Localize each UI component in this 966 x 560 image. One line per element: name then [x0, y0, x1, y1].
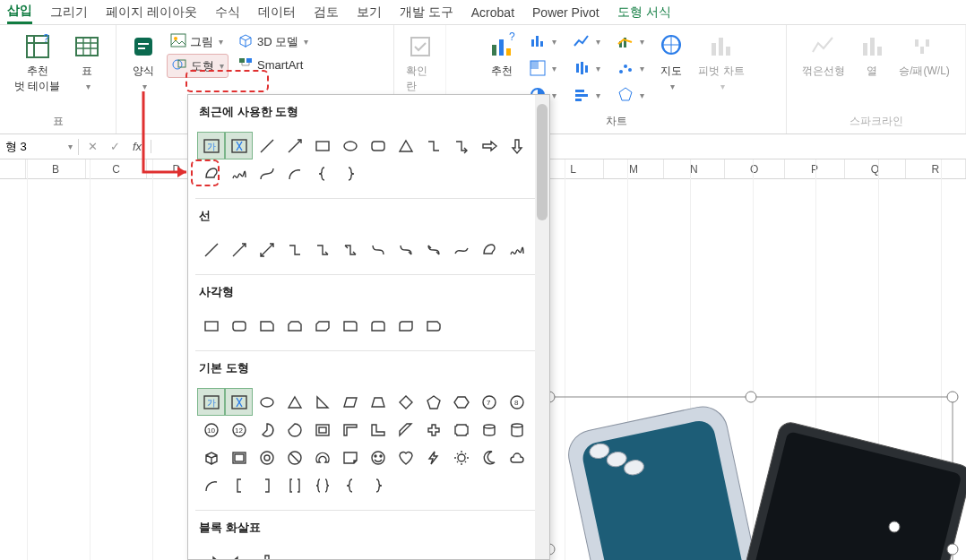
name-box[interactable]: 형 3 ▾ [0, 139, 79, 155]
heptagon-icon[interactable]: 7 [475, 388, 503, 416]
tab-draw[interactable]: 그리기 [50, 2, 88, 23]
curve-tool-icon[interactable] [447, 236, 475, 263]
block-arc-icon[interactable] [308, 444, 336, 471]
table-button[interactable]: 표 ▾ [69, 30, 105, 93]
chart-radar-button[interactable]: ▾ [613, 84, 648, 106]
octagon-icon[interactable]: 8 [503, 388, 530, 416]
oval-icon[interactable] [253, 388, 280, 416]
down-arrow-icon[interactable] [253, 547, 280, 560]
shapes-button[interactable]: 도형▾ [167, 54, 229, 78]
freeform-tool-icon[interactable] [475, 236, 503, 263]
snip-round-rect-icon[interactable] [419, 312, 447, 340]
line-icon[interactable] [253, 132, 280, 159]
plus-icon[interactable] [419, 416, 447, 444]
line-arrow-icon[interactable] [280, 132, 308, 159]
pentagon-icon[interactable] [419, 388, 447, 416]
tab-powerpivot[interactable]: Power Pivot [532, 3, 599, 22]
smiley-icon[interactable] [364, 444, 392, 471]
cylinder-icon[interactable] [503, 416, 530, 444]
recommended-charts-button[interactable]: ? 추천 [484, 30, 520, 81]
forms-button[interactable]: 양식 ▾ [125, 30, 161, 93]
right-bracket-icon[interactable] [253, 471, 280, 499]
trapezoid-icon[interactable] [364, 388, 392, 416]
cloud-icon[interactable] [503, 444, 530, 471]
curved-connector-icon[interactable] [364, 236, 392, 263]
bevel-icon[interactable] [225, 444, 253, 471]
textbox-vertical-icon[interactable] [225, 132, 253, 159]
right-brace-icon[interactable] [364, 471, 392, 499]
textbox-vertical-icon[interactable] [225, 388, 253, 416]
frame-icon[interactable] [308, 416, 336, 444]
arc-icon[interactable] [280, 159, 308, 187]
decagon-icon[interactable]: 10 [197, 416, 225, 444]
diag-stripe-icon[interactable] [392, 416, 419, 444]
line-arrow-icon[interactable] [225, 236, 253, 263]
scribble-icon[interactable] [225, 159, 253, 187]
diamond-icon[interactable] [392, 388, 419, 416]
textbox-icon[interactable]: 가 [197, 388, 225, 416]
textbox-icon[interactable]: 가 [197, 132, 225, 159]
chart-combo-button[interactable]: ▾ [613, 30, 648, 52]
smartart-button[interactable]: SmartArt [234, 54, 312, 76]
triangle-icon[interactable] [280, 388, 308, 416]
tab-review[interactable]: 검토 [314, 2, 339, 23]
elbow-double-arrow-icon[interactable] [336, 236, 364, 263]
scribble-tool-icon[interactable] [503, 236, 530, 263]
elbow-arrow-icon[interactable] [308, 236, 336, 263]
freeform-icon[interactable] [197, 159, 225, 187]
rounded-rectangle-icon[interactable] [364, 132, 392, 159]
tab-view[interactable]: 보기 [357, 2, 382, 23]
picture-button[interactable]: 그림▾ [167, 30, 229, 53]
sparkline-winloss-button[interactable]: 승/패(W/L) [895, 30, 953, 81]
tab-insert[interactable]: 삽입 [7, 0, 32, 24]
left-arrow-icon[interactable] [225, 547, 253, 560]
moon-icon[interactable] [475, 444, 503, 471]
enter-icon[interactable]: ✓ [110, 140, 120, 153]
cancel-icon[interactable]: ✕ [88, 140, 98, 153]
cube-icon[interactable] [197, 444, 225, 471]
rounded-rect-icon[interactable] [225, 312, 253, 340]
lightning-icon[interactable] [419, 444, 447, 471]
3d-models-button[interactable]: 3D 모델▾ [234, 30, 312, 53]
teardrop-icon[interactable] [280, 416, 308, 444]
tab-developer[interactable]: 개발 도구 [400, 2, 453, 23]
arc-icon[interactable] [197, 471, 225, 499]
sun-icon[interactable] [447, 444, 475, 471]
sparkline-line-button[interactable]: 꺾은선형 [798, 30, 849, 81]
parallelogram-icon[interactable] [336, 388, 364, 416]
panel-scrollbar[interactable] [535, 95, 549, 559]
chart-scatter-button[interactable]: ▾ [613, 57, 648, 79]
tab-layout[interactable]: 페이지 레이아웃 [106, 2, 197, 23]
line-icon[interactable] [197, 236, 225, 263]
tab-shape-format[interactable]: 도형 서식 [617, 2, 671, 23]
snip-diag-rect-icon[interactable] [308, 312, 336, 340]
rect-icon[interactable] [197, 312, 225, 340]
chart-bar-button[interactable]: ▾ [569, 84, 604, 106]
donut-icon[interactable] [253, 444, 280, 471]
right-arrow-icon[interactable] [475, 132, 503, 159]
map-chart-button[interactable]: 지도▾ [653, 30, 689, 93]
recommended-pivottable-button[interactable]: ? 추천 벗 테이블 [11, 30, 64, 96]
plaque-icon[interactable] [447, 416, 475, 444]
right-arrow-icon[interactable] [197, 547, 225, 560]
chart-line-button[interactable]: ▾ [569, 30, 604, 52]
rectangle-icon[interactable] [308, 132, 336, 159]
elbow-connector-icon[interactable] [280, 236, 308, 263]
fx-label[interactable]: fx [133, 140, 142, 153]
snip-single-rect-icon[interactable] [253, 312, 280, 340]
pivot-chart-button[interactable]: 피벗 차트▾ [694, 30, 747, 93]
can-icon[interactable] [475, 416, 503, 444]
curved-arrow-connector-icon[interactable] [392, 236, 419, 263]
l-shape-icon[interactable] [364, 416, 392, 444]
round-single-rect-icon[interactable] [336, 312, 364, 340]
snip-same-rect-icon[interactable] [280, 312, 308, 340]
no-symbol-icon[interactable] [280, 444, 308, 471]
curve-icon[interactable] [253, 159, 280, 187]
checkbox-button[interactable]: 확인란 [402, 30, 438, 96]
left-brace-icon[interactable] [336, 471, 364, 499]
round-diag-rect-icon[interactable] [392, 312, 419, 340]
right-triangle-icon[interactable] [308, 388, 336, 416]
chart-column-button[interactable]: ▾ [525, 30, 560, 52]
curved-double-arrow-connector-icon[interactable] [419, 236, 447, 263]
left-brace-icon[interactable] [308, 159, 336, 187]
